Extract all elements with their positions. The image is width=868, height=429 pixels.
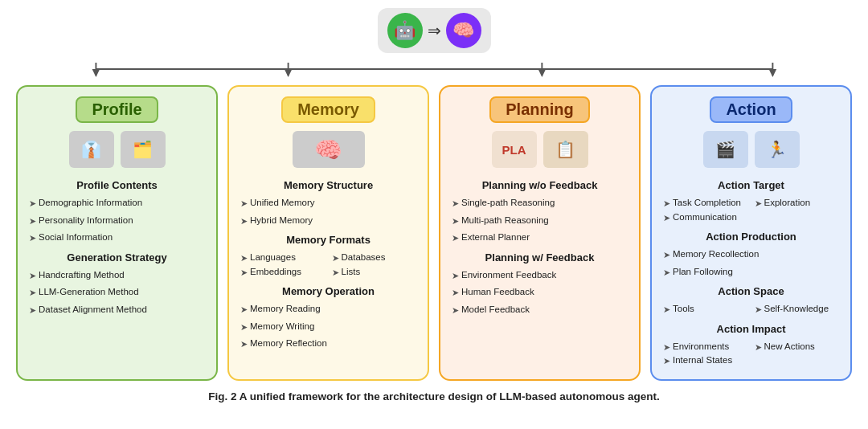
- fig-text: A unified framework for the architecture…: [236, 390, 659, 402]
- brain-icon: 🧠: [446, 13, 481, 48]
- chatgpt-icon: 🤖: [387, 13, 423, 48]
- chevron-icon: ➤: [663, 248, 670, 262]
- action-space-2: ➤ Self-Knowledge: [755, 302, 840, 317]
- action-section-2-heading: Action Production: [663, 231, 839, 243]
- arrows-svg: [50, 58, 819, 80]
- profile-title-wrap: Profile: [29, 96, 205, 123]
- chevron-icon: ➤: [240, 321, 248, 334]
- action-target-col-2: ➤ Exploration: [755, 196, 840, 224]
- memory-op-3: ➤ Memory Reflection: [240, 337, 416, 351]
- planning-title: Planning: [489, 96, 589, 123]
- profile-item-3: ➤ Social Information: [29, 231, 205, 245]
- action-section-4-heading: Action Impact: [663, 323, 839, 335]
- memory-card: Memory 🧠 Memory Structure ➤ Unified Memo…: [227, 85, 429, 381]
- chevron-icon: ➤: [240, 266, 248, 280]
- memory-image-1: 🧠: [293, 131, 365, 168]
- chevron-icon: ➤: [240, 197, 248, 210]
- svg-marker-2: [284, 69, 292, 77]
- memory-title-wrap: Memory: [240, 96, 416, 123]
- chevron-icon: ➤: [240, 214, 248, 228]
- chevron-icon: ➤: [240, 251, 248, 265]
- planning-fb-1: ➤ Environment Feedback: [452, 268, 628, 283]
- arrow-icon: ⇒: [428, 21, 441, 40]
- chevron-icon: ➤: [755, 341, 762, 354]
- chevron-icon: ➤: [29, 286, 36, 300]
- chevron-icon: ➤: [240, 337, 248, 351]
- chevron-icon: ➤: [663, 303, 670, 317]
- fig-label: Fig. 2: [208, 390, 236, 402]
- action-impact-col-1: ➤ Environments ➤ Internal States: [663, 340, 748, 368]
- action-title-wrap: Action: [663, 96, 839, 123]
- action-target-1: ➤ Task Completion: [663, 196, 748, 210]
- action-title: Action: [710, 96, 792, 123]
- profile-title: Profile: [76, 96, 158, 123]
- memory-images: 🧠: [240, 131, 416, 168]
- model-icons-row: 🤖 ⇒ 🧠: [378, 8, 491, 53]
- action-image-1: 🎬: [703, 131, 748, 168]
- planning-section-1-heading: Planning w/o Feedback: [452, 179, 628, 191]
- action-card: Action 🎬 🏃 Action Target ➤ Task Completi…: [650, 85, 852, 381]
- planning-fb-2: ➤ Human Feedback: [452, 285, 628, 300]
- svg-marker-1: [92, 69, 100, 77]
- chevron-icon: ➤: [452, 197, 459, 210]
- planning-nofb-2: ➤ Multi-path Reasoning: [452, 214, 628, 228]
- chevron-icon: ➤: [452, 231, 459, 245]
- svg-marker-3: [538, 69, 546, 77]
- memory-fmt-lang: ➤ Languages: [240, 251, 326, 265]
- arrows-bar: [50, 58, 819, 80]
- planning-fb-3: ➤ Model Feedback: [452, 303, 628, 317]
- action-target-3: ➤ Exploration: [755, 196, 840, 210]
- profile-item-1: ➤ Demographic Information: [29, 196, 205, 210]
- action-section-3-heading: Action Space: [663, 285, 839, 297]
- top-area: 🤖 ⇒ 🧠: [16, 8, 852, 80]
- chevron-icon: ➤: [29, 304, 36, 317]
- memory-op-2: ➤ Memory Writing: [240, 320, 416, 334]
- action-space-cols: ➤ Tools ➤ Self-Knowledge: [663, 302, 839, 317]
- memory-section-1-heading: Memory Structure: [240, 179, 416, 191]
- profile-image-2: 🗂️: [121, 131, 166, 168]
- profile-section-2-heading: Generation Strategy: [29, 251, 205, 264]
- svg-marker-4: [768, 69, 776, 77]
- memory-section-3-heading: Memory Operation: [240, 285, 416, 297]
- action-space-col-1: ➤ Tools: [663, 302, 748, 317]
- chevron-icon: ➤: [452, 269, 459, 283]
- action-impact-cols: ➤ Environments ➤ Internal States ➤ New A…: [663, 340, 839, 368]
- profile-section-1-heading: Profile Contents: [29, 179, 205, 191]
- chevron-icon: ➤: [29, 231, 36, 245]
- planning-nofb-1: ➤ Single-path Reasoning: [452, 196, 628, 210]
- chevron-icon: ➤: [663, 266, 670, 280]
- memory-section-2-heading: Memory Formats: [240, 234, 416, 246]
- profile-gen-item-3: ➤ Dataset Alignment Method: [29, 303, 205, 317]
- chevron-icon: ➤: [452, 214, 459, 228]
- chevron-icon: ➤: [663, 211, 670, 225]
- figure-caption: Fig. 2 A unified framework for the archi…: [208, 390, 660, 402]
- memory-fmt-embed: ➤ Embeddings: [240, 265, 326, 280]
- chevron-icon: ➤: [452, 286, 459, 300]
- memory-struct-2: ➤ Hybrid Memory: [240, 214, 416, 228]
- action-space-col-2: ➤ Self-Knowledge: [755, 302, 840, 317]
- planning-image-1: PLA: [492, 131, 537, 168]
- action-section-1-heading: Action Target: [663, 179, 839, 191]
- action-image-2: 🏃: [755, 131, 800, 168]
- memory-formats-cols: ➤ Languages ➤ Embeddings ➤ Databases ➤ L…: [240, 251, 416, 279]
- cards-row: Profile 👔 🗂️ Profile Contents ➤ Demograp…: [16, 85, 852, 381]
- memory-fmt-lists: ➤ Lists: [332, 265, 417, 280]
- memory-title: Memory: [281, 96, 375, 123]
- action-space-1: ➤ Tools: [663, 302, 748, 317]
- chevron-icon: ➤: [755, 197, 762, 210]
- memory-formats-col-2: ➤ Databases ➤ Lists: [332, 251, 417, 279]
- memory-fmt-db: ➤ Databases: [332, 251, 417, 265]
- action-prod-1: ➤ Memory Recollection: [663, 247, 839, 262]
- planning-card: Planning PLA 📋 Planning w/o Feedback ➤ S…: [439, 85, 641, 381]
- profile-gen-item-1: ➤ Handcrafting Method: [29, 268, 205, 283]
- profile-card: Profile 👔 🗂️ Profile Contents ➤ Demograp…: [16, 85, 218, 381]
- action-impact-3: ➤ New Actions: [755, 340, 840, 354]
- chevron-icon: ➤: [29, 214, 36, 228]
- action-impact-1: ➤ Environments: [663, 340, 748, 354]
- planning-nofb-3: ➤ External Planner: [452, 231, 628, 245]
- action-impact-2: ➤ Internal States: [663, 353, 748, 368]
- chevron-icon: ➤: [240, 303, 248, 317]
- action-images: 🎬 🏃: [663, 131, 839, 168]
- action-prod-2: ➤ Plan Following: [663, 265, 839, 280]
- chevron-icon: ➤: [29, 269, 36, 283]
